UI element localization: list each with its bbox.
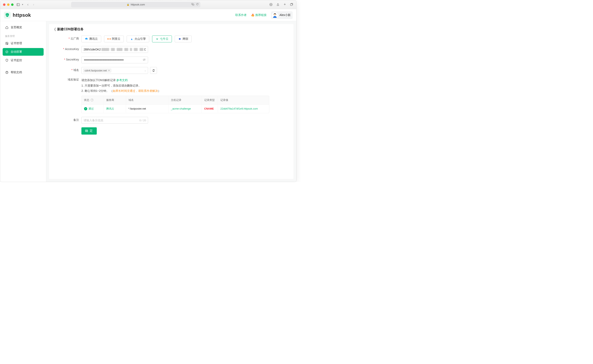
url-bar[interactable]: 🔒 httpsok.com [71, 2, 200, 7]
th-type: 记录类型 [202, 96, 218, 104]
refresh-domains-button[interactable] [150, 67, 157, 74]
help-tip-icon[interactable]: ? [91, 98, 93, 102]
url-right-tools [191, 3, 199, 6]
row-remark: 备注 0 / 20 [55, 117, 269, 124]
svg-rect-5 [290, 4, 292, 6]
secret-key-field[interactable] [84, 58, 146, 62]
close-window-icon[interactable] [3, 3, 6, 6]
app-window: ▾ ‹ › 🔒 httpsok.com + [0, 0, 296, 182]
back-chevron-icon[interactable]: 〈 [52, 28, 56, 31]
deploy-icon [5, 50, 9, 54]
header-right: 联系作者 🔥 推荐链接 Alex小新 [235, 11, 293, 19]
remark-wrap: 0 / 20 [81, 117, 148, 124]
app-header: SSL httpsok 联系作者 🔥 推荐链接 Alex小新 [0, 9, 296, 21]
form: *云厂商 腾讯云 阿里云 [49, 33, 275, 135]
svg-point-11 [7, 44, 8, 44]
brand[interactable]: SSL httpsok [4, 12, 31, 19]
row-provider: *云厂商 腾讯云 阿里云 [55, 36, 269, 42]
status-pass-badge: ✓ 通过 [84, 107, 94, 110]
lock-icon: 🔒 [127, 3, 129, 6]
th-value: 记录值 [218, 96, 269, 104]
label-domain: *域名 [55, 67, 81, 72]
th-domain: 域名 [126, 96, 168, 104]
recommend-label: 推荐链接 [255, 13, 267, 17]
minimize-window-icon[interactable] [7, 3, 9, 6]
label-remark: 备注 [55, 117, 81, 122]
maximize-window-icon[interactable] [11, 3, 13, 6]
doc-link[interactable]: 参考文档 [116, 78, 128, 82]
label-secret-key: *SecretKey [55, 57, 81, 61]
cell-type: CNAME [202, 105, 218, 113]
sidebar: 首页概览 服务管理 证书管理 自动部署 证书监控 [0, 21, 46, 182]
sidebar-item-cert[interactable]: 证书管理 [3, 39, 44, 47]
back-icon[interactable]: ‹ [26, 3, 30, 6]
row-verify: 域名验证 请您添加以下DNS解析记录 参考文档 1. 只需要添加一次即可，添加后… [55, 78, 269, 113]
svg-text:SSL: SSL [6, 14, 8, 16]
domain-select[interactable]: cdn4.fastposter.net ✕ ⌄ [81, 67, 148, 74]
share-icon[interactable] [276, 3, 280, 6]
char-counter: 0 / 20 [139, 119, 146, 122]
sidebar-item-deploy[interactable]: 自动部署 [3, 48, 44, 56]
translate-icon[interactable] [191, 3, 194, 6]
provider-volcano[interactable]: 火山引擎 [127, 36, 149, 42]
cell-status: ✓ 通过 [82, 104, 104, 113]
chevron-down-icon[interactable]: ▾ [22, 3, 23, 6]
domain-tag: cdn4.fastposter.net ✕ [83, 69, 111, 72]
label-provider: *云厂商 [55, 36, 81, 40]
sidebar-item-home[interactable]: 首页概览 [3, 24, 44, 31]
cert-icon [5, 42, 9, 45]
sidebar-toggle-group: ▾ [16, 3, 23, 6]
access-key-input[interactable]: 2B8VzdeOK2 ████ ██ ███ ██ █ ██ ██ D [81, 46, 148, 53]
chrome-right: + [269, 3, 293, 6]
tencent-cloud-icon [85, 37, 88, 40]
page-title: 新建CDN部署任务 [57, 27, 84, 32]
main: 〈 新建CDN部署任务 *云厂商 腾讯云 [46, 21, 296, 182]
submit-button[interactable]: 确 定 [81, 127, 97, 135]
user-name: Alex小新 [280, 13, 291, 17]
remark-input[interactable] [81, 117, 148, 124]
th-provider: 服务商 [104, 96, 126, 104]
label-access-key: *AccessKey [55, 46, 81, 51]
sidebar-item-label: 证书管理 [11, 42, 22, 45]
remove-tag-icon[interactable]: ✕ [108, 69, 110, 72]
shield-icon [5, 58, 9, 62]
cell-provider: 腾讯云 [104, 104, 126, 113]
dns-table-head: 状态? 服务商 域名 主机记录 记录类型 记录值 [82, 96, 269, 104]
recommend-link[interactable]: 🔥 推荐链接 [251, 13, 267, 17]
sidebar-toggle-icon[interactable] [16, 3, 20, 6]
tabs-overview-icon[interactable] [290, 3, 293, 6]
sidebar-item-monitor[interactable]: 证书监控 [3, 57, 44, 64]
sidebar-item-help[interactable]: 帮助文档 [3, 69, 44, 76]
contact-link[interactable]: 联系作者 [235, 13, 247, 17]
avatar-icon [272, 12, 278, 18]
svg-rect-0 [17, 3, 20, 6]
provider-aliyun[interactable]: 阿里云 [104, 36, 124, 42]
user-menu[interactable]: Alex小新 [271, 11, 293, 19]
chevron-down-icon: ⌄ [144, 69, 146, 72]
cell-value: 22dd479a147df1e9.httpsok.com [218, 105, 269, 113]
qiniu-icon [155, 37, 159, 40]
window-controls [3, 3, 13, 6]
sidebar-item-label: 帮助文档 [11, 71, 22, 74]
label-verify: 域名验证 [55, 78, 81, 82]
forward-icon[interactable]: › [32, 3, 35, 6]
url-host: httpsok.com [131, 3, 145, 6]
help-icon [5, 71, 9, 74]
sidebar-spacer [3, 65, 44, 68]
cell-host: _acme-challenge [168, 105, 202, 113]
reload-icon[interactable] [196, 3, 199, 6]
verify-warning: 如果长时间没通过，请联系作者解决 [113, 89, 158, 92]
cell-domain: *.fastposter.net [126, 105, 168, 113]
app-body: 首页概览 服务管理 证书管理 自动部署 证书监控 [0, 21, 296, 182]
check-circle-icon: ✓ [84, 107, 87, 110]
provider-qiniu[interactable]: 七牛云 [152, 36, 172, 42]
new-tab-icon[interactable]: + [283, 3, 287, 6]
downloads-icon[interactable] [269, 3, 273, 6]
provider-wangsu[interactable]: 网宿 [175, 36, 192, 42]
th-host: 主机记录 [168, 96, 202, 104]
provider-tencent[interactable]: 腾讯云 [81, 36, 101, 42]
toggle-visibility-icon[interactable] [143, 58, 146, 62]
svg-point-9 [274, 14, 276, 16]
secret-key-input[interactable] [81, 57, 148, 63]
sidebar-item-label: 首页概览 [11, 26, 22, 29]
